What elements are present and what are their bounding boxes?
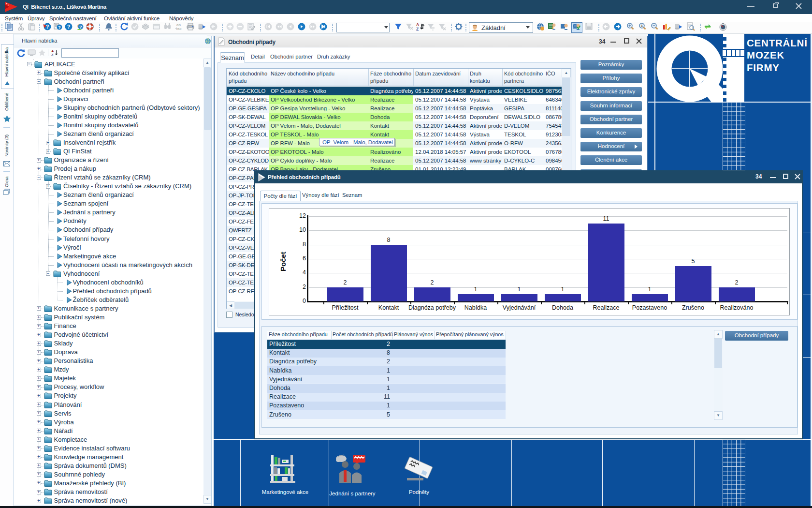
svg-text:Z: Z [51,53,54,57]
svg-text:?: ? [46,24,49,30]
svg-text:?: ? [67,24,71,30]
svg-text:ac: ac [177,27,181,31]
svg-text:1: 1 [641,24,643,28]
svg-text:?: ? [79,24,82,30]
svg-text:?: ? [58,25,61,30]
svg-text:Z: Z [416,27,419,31]
